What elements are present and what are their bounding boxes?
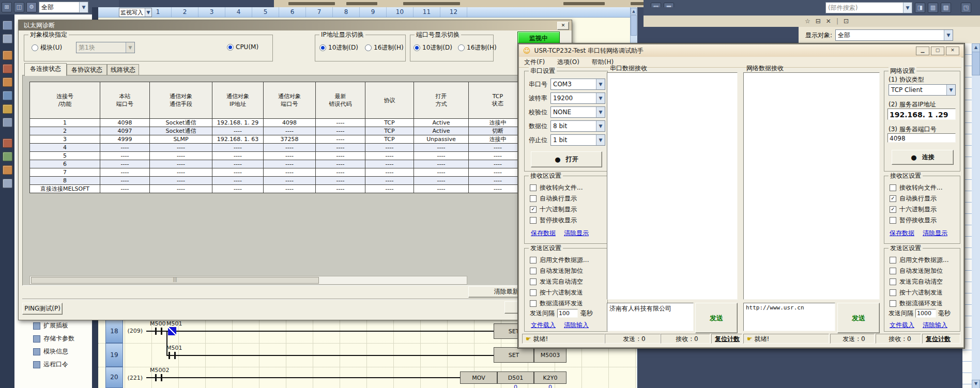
checkbox-row[interactable]: 发送完自动清空 [890, 277, 943, 286]
close-icon[interactable]: ✕ [826, 18, 831, 25]
tree-item-moduleinfo[interactable]: 模块信息 [33, 347, 68, 356]
checkbox-checked-icon[interactable] [890, 195, 896, 202]
tab-line-status[interactable]: 线路状态 [107, 64, 139, 76]
minimize-icon[interactable]: ▁ [916, 46, 929, 55]
parameter-icon[interactable] [3, 104, 12, 114]
checkbox-icon[interactable] [890, 289, 896, 296]
checkbox-row[interactable]: 自动发送附加位 [530, 267, 583, 275]
checkbox-icon[interactable] [530, 268, 537, 274]
rung-number[interactable]: 19 [105, 343, 123, 367]
chevron-down-icon[interactable]: ▼ [946, 85, 955, 95]
interval-input[interactable]: 100 [557, 309, 578, 318]
setting-combo[interactable]: 1 bit▼ [550, 134, 605, 146]
filter-combo[interactable]: 全部 ▼ [39, 2, 88, 13]
net-send-button[interactable]: 发送 [837, 303, 880, 333]
checkbox-row[interactable]: 发送完自动清空 [530, 277, 583, 286]
tab-protocol-status[interactable]: 各协议状态 [67, 64, 107, 76]
radio-selected-icon[interactable] [227, 44, 234, 51]
ip-dec-radio[interactable]: 10进制(D) [319, 43, 358, 52]
server-port-input[interactable]: 4098 [887, 133, 956, 143]
display-target-combo[interactable]: 全部 ▼ [835, 29, 953, 41]
proto-combo[interactable]: TCP Client ▼ [889, 84, 956, 96]
close-icon[interactable]: ✕ [946, 46, 959, 55]
collapse-icon[interactable]: ⊟ [816, 18, 821, 25]
checkbox-icon[interactable] [530, 289, 537, 296]
serial-send-input[interactable]: 济南有人科技有限公司 [607, 303, 694, 331]
module-icon[interactable] [3, 34, 12, 43]
panel-vscrollbar[interactable]: ▲ ▼ [972, 43, 980, 388]
module-radio[interactable]: 模块(U) [32, 43, 62, 52]
checkbox-row[interactable]: 暂停接收显示 [890, 216, 937, 224]
checkbox-checked-icon[interactable] [890, 206, 896, 213]
comment-icon[interactable] [3, 91, 12, 100]
save-data-link[interactable]: 保存数据 [531, 229, 556, 238]
scroll-up-icon[interactable]: ▲ [972, 43, 980, 52]
gear-icon[interactable]: ⚙ [26, 2, 37, 12]
close-icon[interactable]: ✕ [557, 22, 569, 30]
checkbox-icon[interactable] [530, 278, 537, 285]
radio-icon[interactable] [458, 44, 465, 51]
chevron-down-icon[interactable]: ▼ [79, 2, 88, 12]
device-icon[interactable] [3, 51, 12, 60]
checkbox-row[interactable]: 接收转向文件... [530, 183, 583, 192]
load-file-link[interactable]: 文件载入 [890, 321, 914, 330]
structured-icon[interactable] [3, 152, 12, 161]
checkbox-icon[interactable] [890, 300, 896, 307]
connection-icon[interactable] [3, 165, 12, 175]
clear-display-link[interactable]: 清除显示 [564, 229, 589, 238]
tab-connection-status[interactable]: 各连接状态 [24, 63, 67, 76]
setting-combo[interactable]: NONE▼ [550, 106, 605, 118]
checkbox-icon[interactable] [530, 257, 537, 263]
net-send-input[interactable]: http://www.usr.cn [743, 303, 835, 331]
part-search-combo[interactable]: (部件搜索) ▼ [825, 2, 912, 13]
setting-combo[interactable]: COM3▼ [550, 79, 605, 90]
project-icon[interactable] [3, 21, 12, 30]
checkbox-row[interactable]: 自动发送附加位 [890, 267, 943, 275]
scroll-thumb[interactable] [972, 52, 980, 75]
dock-icon[interactable]: ⊡ [844, 18, 849, 25]
port-dec-radio[interactable]: 10进制(D) [414, 43, 452, 52]
checkbox-icon[interactable] [890, 217, 896, 224]
save-data-link[interactable]: 保存数据 [890, 229, 914, 238]
serial-recv-area[interactable] [607, 72, 738, 300]
scroll-down-icon[interactable]: ▼ [972, 380, 980, 388]
checkbox-row[interactable]: 按十六进制发送 [890, 288, 943, 297]
reset-count-serial[interactable]: 复位计数 [711, 334, 742, 344]
checkbox-icon[interactable] [530, 300, 537, 307]
memory-icon[interactable] [3, 118, 12, 127]
checkbox-icon[interactable] [530, 217, 537, 224]
checkbox-checked-icon[interactable] [530, 206, 537, 213]
favorite-icon[interactable]: ☆ [805, 18, 810, 25]
tree-item-memcard[interactable]: 存储卡参数 [33, 334, 74, 343]
serial-send-button[interactable]: 发送 [695, 303, 738, 333]
server-ip-input[interactable]: 192.168. 1 .29 [887, 108, 956, 120]
chevron-down-icon[interactable]: ▼ [596, 107, 605, 117]
checkbox-icon[interactable] [890, 184, 896, 191]
connect-button[interactable]: ● 连接 [892, 150, 954, 165]
checkbox-icon[interactable] [530, 184, 537, 191]
panel-icon[interactable]: ◫ [14, 2, 24, 12]
chevron-down-icon[interactable]: ▼ [596, 79, 605, 89]
chevron-down-icon[interactable]: ▼ [596, 135, 605, 145]
tree-item-extension[interactable]: 扩展插板 [33, 321, 68, 330]
scroll-thumb[interactable]: ||| [31, 277, 319, 284]
tool-icon[interactable] [3, 179, 12, 188]
chevron-down-icon[interactable]: ▼ [944, 30, 953, 40]
pin-icon[interactable]: ◳ [961, 3, 971, 13]
interval-input[interactable]: 1000 [915, 309, 936, 318]
checkbox-row[interactable]: 按十六进制发送 [530, 288, 583, 297]
checkbox-row[interactable]: 启用文件数据源... [890, 256, 948, 264]
checkbox-icon[interactable] [890, 278, 896, 285]
checkbox-row[interactable]: 自动换行显示 [890, 194, 937, 203]
checkbox-icon[interactable] [890, 268, 896, 274]
cpu-radio[interactable]: CPU(M) [227, 43, 258, 51]
load-file-link[interactable]: 文件载入 [531, 321, 556, 330]
reset-count-net[interactable]: 复位计数 [922, 334, 960, 344]
find-icon[interactable]: ◨ [915, 3, 925, 13]
checkbox-icon[interactable] [890, 257, 896, 263]
checkbox-row[interactable]: 数据流循环发送 [890, 299, 943, 307]
open-serial-button[interactable]: ● 打开 [531, 151, 602, 167]
label-icon[interactable] [3, 77, 12, 87]
dialog-titlebar[interactable]: 以太网诊断 [19, 20, 572, 30]
setting-combo[interactable]: 19200▼ [550, 92, 605, 104]
